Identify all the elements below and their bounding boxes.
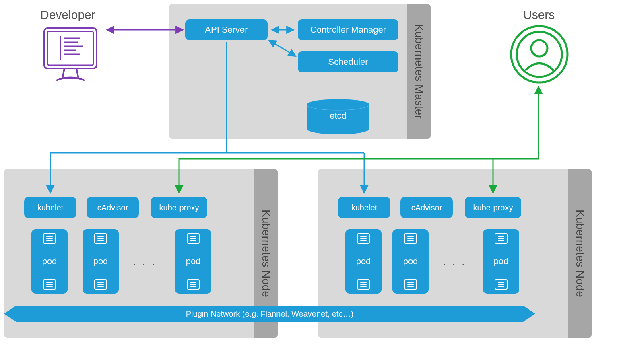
node2-kubeproxy: kube-proxy xyxy=(465,197,521,218)
container-icon xyxy=(187,233,200,244)
container-icon xyxy=(495,233,508,244)
pod-label: pod xyxy=(403,256,418,267)
node2-title: Kubernetes Node xyxy=(574,210,586,297)
node1-pod2: pod xyxy=(83,229,119,294)
master-panel-tab: Kubernetes Master xyxy=(407,4,431,139)
svg-point-13 xyxy=(307,123,369,134)
node1-pod3: pod xyxy=(175,229,211,294)
node2-pod1: pod xyxy=(345,229,382,294)
node2-cadvisor: cAdvisor xyxy=(400,197,453,218)
etcd-box xyxy=(306,99,370,135)
node2-ellipsis: . . . xyxy=(443,255,466,268)
pod-label: pod xyxy=(93,256,108,267)
node1-title: Kubernetes Node xyxy=(260,210,272,297)
container-icon xyxy=(404,233,417,244)
controller-manager-box: Controller Manager xyxy=(298,19,398,40)
master-title: Kubernetes Master xyxy=(413,24,425,119)
node2-kubelet: kubelet xyxy=(338,197,390,218)
svg-point-10 xyxy=(531,40,547,56)
pod-label: pod xyxy=(494,256,509,267)
container-icon xyxy=(357,233,370,244)
node1-kubeproxy: kube-proxy xyxy=(151,197,207,218)
container-icon xyxy=(404,279,417,290)
svg-rect-0 xyxy=(44,28,97,68)
users-icon xyxy=(507,22,571,88)
network-arrow-right xyxy=(523,306,535,322)
node2-panel-tab: Kubernetes Node xyxy=(568,169,592,338)
svg-point-8 xyxy=(511,26,567,82)
network-arrow-left xyxy=(4,306,16,322)
container-icon xyxy=(43,279,56,290)
plugin-network-bar: Plugin Network (e.g. Flannel, Weavenet, … xyxy=(16,306,523,322)
container-icon xyxy=(357,279,370,290)
pod-label: pod xyxy=(42,256,57,267)
pod-label: pod xyxy=(356,256,371,267)
node2-pod2: pod xyxy=(392,229,429,294)
svg-rect-1 xyxy=(47,31,93,65)
node1-kubelet: kubelet xyxy=(24,197,76,218)
pod-label: pod xyxy=(186,256,201,267)
users-label: Users xyxy=(523,8,555,22)
scheduler-box: Scheduler xyxy=(298,51,398,72)
developer-label: Developer xyxy=(40,8,95,22)
node1-pod1: pod xyxy=(31,229,68,294)
developer-icon xyxy=(40,24,101,90)
node2-pod3: pod xyxy=(483,229,519,294)
node1-ellipsis: . . . xyxy=(133,255,157,268)
node1-cadvisor: cAdvisor xyxy=(87,197,139,218)
container-icon xyxy=(43,233,56,244)
api-server-box: API Server xyxy=(185,19,268,40)
svg-point-9 xyxy=(517,32,562,77)
container-icon xyxy=(94,233,107,244)
container-icon xyxy=(495,279,508,290)
container-icon xyxy=(94,279,107,290)
container-icon xyxy=(187,279,200,290)
